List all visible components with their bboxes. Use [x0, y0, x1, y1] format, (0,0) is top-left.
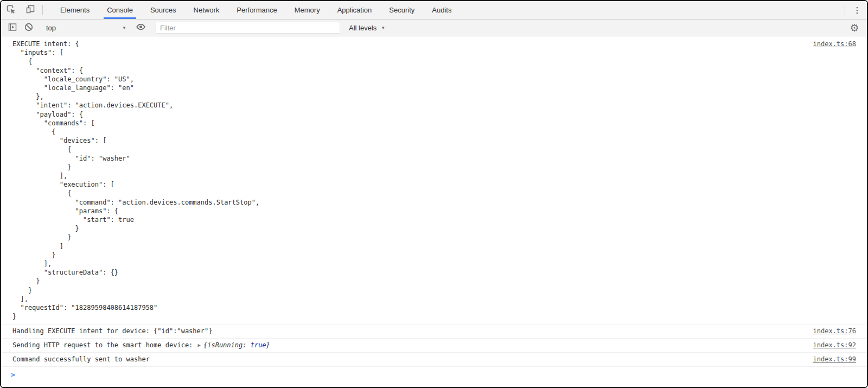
- console-settings-button[interactable]: ⚙: [846, 21, 863, 35]
- toggle-device-toolbar-button[interactable]: [21, 1, 40, 19]
- object-preview-close: }: [266, 341, 270, 349]
- live-expression-button[interactable]: [132, 21, 149, 35]
- source-link[interactable]: index.ts:92: [813, 341, 856, 349]
- log-level-selector[interactable]: All levels ▼: [346, 24, 388, 32]
- tab-sources[interactable]: Sources: [142, 1, 185, 19]
- object-preview-open: {isRunning:: [203, 341, 251, 349]
- gear-icon: ⚙: [850, 22, 859, 34]
- tab-label: Console: [107, 6, 133, 14]
- inspect-element-button[interactable]: [1, 1, 21, 19]
- source-link[interactable]: index.ts:76: [813, 327, 856, 335]
- expand-triangle-icon[interactable]: ▶: [198, 342, 201, 348]
- devtools-window: Elements Console Sources Network Perform…: [0, 0, 868, 388]
- source-link[interactable]: index.ts:68: [813, 40, 856, 48]
- tab-network[interactable]: Network: [185, 1, 228, 19]
- panel-tabs: Elements Console Sources Network Perform…: [52, 1, 460, 19]
- tab-label: Application: [337, 6, 372, 14]
- tab-label: Audits: [432, 6, 451, 14]
- console-sidebar-icon: [8, 22, 17, 34]
- clear-console-icon: [24, 22, 34, 34]
- tab-console[interactable]: Console: [98, 1, 142, 19]
- tab-security[interactable]: Security: [380, 1, 423, 19]
- object-preview-boolean: true: [251, 341, 266, 349]
- tab-elements[interactable]: Elements: [52, 1, 98, 19]
- inspect-cursor-icon: [5, 4, 16, 16]
- devtools-tab-bar: Elements Console Sources Network Perform…: [1, 1, 867, 20]
- console-message-sending-request: Sending HTTP request to the smart home d…: [1, 339, 867, 353]
- eye-icon: [136, 22, 146, 34]
- tab-performance[interactable]: Performance: [228, 1, 285, 19]
- device-toolbar-icon: [25, 4, 36, 16]
- toggle-console-sidebar-button[interactable]: [4, 21, 21, 35]
- tab-label: Security: [389, 6, 414, 14]
- log-content: Sending HTTP request to the smart home d…: [12, 341, 270, 349]
- chevron-down-icon: ▼: [381, 26, 385, 30]
- tab-label: Performance: [237, 6, 277, 14]
- divider: [845, 5, 845, 15]
- tab-label: Elements: [60, 6, 90, 14]
- spacer: [460, 1, 843, 19]
- console-output: EXECUTE intent: { "inputs": [ { "context…: [1, 36, 867, 387]
- javascript-context-selector[interactable]: top ▼: [43, 24, 130, 32]
- prompt-chevron-icon: >: [11, 371, 15, 379]
- clear-console-button[interactable]: [21, 21, 37, 35]
- tab-application[interactable]: Application: [329, 1, 381, 19]
- console-message-command-sent: Command successfully sent to washer inde…: [1, 353, 867, 367]
- devtools-menu-button[interactable]: ⋮: [847, 1, 867, 19]
- context-value: top: [46, 24, 56, 32]
- chevron-down-icon: ▼: [122, 26, 126, 30]
- console-message-execute-intent: EXECUTE intent: { "inputs": [ { "context…: [1, 36, 867, 325]
- log-text: Sending HTTP request to the smart home d…: [12, 341, 197, 349]
- console-prompt[interactable]: >: [1, 367, 867, 383]
- kebab-menu-icon: ⋮: [853, 5, 861, 15]
- tab-label: Memory: [295, 6, 320, 14]
- log-level-value: All levels: [349, 24, 376, 32]
- log-text: Command successfully sent to washer: [12, 355, 150, 364]
- tab-label: Network: [194, 6, 220, 14]
- console-toolbar: top ▼ All levels ▼ ⚙: [1, 20, 867, 36]
- divider: [42, 5, 43, 15]
- source-link[interactable]: index.ts:99: [813, 355, 856, 364]
- tab-audits[interactable]: Audits: [423, 1, 460, 19]
- console-message-handling-intent: Handling EXECUTE intent for device: {"id…: [1, 325, 867, 339]
- filter-input[interactable]: [156, 22, 340, 34]
- log-text: EXECUTE intent: { "inputs": [ { "context…: [12, 40, 259, 321]
- tab-memory[interactable]: Memory: [286, 1, 329, 19]
- tab-label: Sources: [150, 6, 176, 14]
- log-text: Handling EXECUTE intent for device: {"id…: [12, 327, 212, 335]
